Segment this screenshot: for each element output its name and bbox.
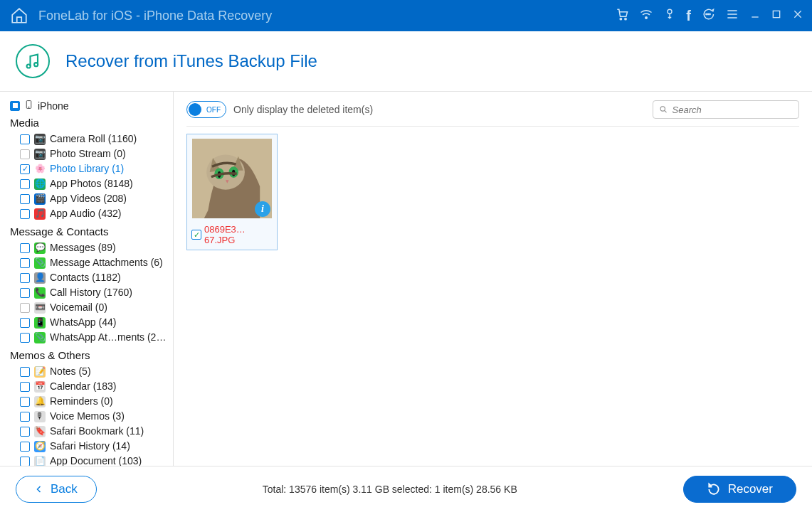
safari-history-icon: 🧭 [34,441,46,452]
minimize-icon[interactable] [749,9,761,23]
checkbox[interactable] [20,209,30,219]
checkbox[interactable] [20,427,30,437]
whatsapp-icon: 📱 [34,317,46,329]
page-title: Recover from iTunes Backup File [65,51,317,71]
device-row[interactable]: iPhone [10,99,167,112]
sidebar-item[interactable]: 📄App Document (103) [10,454,167,466]
itunes-icon [16,44,50,78]
maximize-icon[interactable] [771,9,782,23]
thumbnail-image: i [192,139,272,218]
sidebar-item[interactable]: 🌐App Photos (8148) [10,176,167,191]
svg-point-5 [707,14,708,14]
sidebar-item[interactable]: 🎬App Videos (208) [10,191,167,206]
deleted-items-toggle[interactable]: OFF [186,101,226,118]
sidebar-item[interactable]: 🔔Reminders (0) [10,394,167,409]
wifi-icon[interactable] [639,7,653,24]
device-label: iPhone [38,100,69,112]
attachment-icon: 📎 [34,257,46,269]
svg-rect-7 [773,11,779,17]
svg-point-11 [28,107,29,107]
sidebar-item-label: Safari History (14) [50,439,130,453]
sidebar-item-label: Messages (89) [50,241,116,255]
sidebar-item-label: Message Attachments (6) [50,256,163,270]
sidebar-item[interactable]: 📷Photo Stream (0) [10,146,167,161]
thumbnail[interactable]: i 0869E3…67.JPG [186,134,278,250]
sidebar-item[interactable]: 📝Notes (5) [10,364,167,379]
svg-point-2 [645,17,648,19]
sidebar-item[interactable]: 📱WhatsApp (44) [10,315,167,330]
thumbnail-grid: i 0869E3…67.JPG [186,134,799,250]
sidebar-item[interactable]: 📞Call History (1760) [10,285,167,300]
svg-point-4 [706,14,707,14]
svg-point-3 [668,9,672,14]
checkbox[interactable] [20,412,30,422]
sidebar-item-label: Calendar (183) [50,380,116,393]
thumbnail-checkbox[interactable] [191,230,201,240]
facebook-icon[interactable]: f [686,8,691,24]
sidebar-item[interactable]: 📷Camera Roll (1160) [10,132,167,146]
sidebar-item[interactable]: 📎Message Attachments (6) [10,255,167,270]
sidebar: iPhone Media📷Camera Roll (1160)📷Photo St… [0,92,174,466]
sidebar-item[interactable]: 🎙Voice Memos (3) [10,409,167,424]
svg-point-0 [620,18,621,20]
checkbox[interactable] [20,457,30,466]
voice-memo-icon: 🎙 [34,411,46,422]
close-icon[interactable] [792,9,803,23]
search-input[interactable] [673,105,793,115]
key-icon[interactable] [663,7,676,24]
chevron-left-icon [35,484,43,495]
sidebar-item-label: Safari Bookmark (11) [50,425,144,438]
phone-icon: 📞 [34,287,46,299]
checkbox[interactable] [20,243,30,253]
checkbox[interactable] [20,442,30,452]
svg-point-12 [660,107,665,111]
search-box[interactable] [653,100,799,119]
sidebar-item[interactable]: 👤Contacts (1182) [10,270,167,285]
footer: Back Total: 13576 item(s) 3.11 GB select… [0,466,812,511]
checkbox[interactable] [20,179,30,189]
menu-icon[interactable] [725,7,739,24]
safari-bookmark-icon: 🔖 [34,426,46,437]
sidebar-item[interactable]: 🧭Safari History (14) [10,439,167,454]
sidebar-item-label: Notes (5) [50,365,91,378]
reminders-icon: 🔔 [34,396,46,407]
checkbox[interactable] [20,318,30,328]
sidebar-item[interactable]: 📎WhatsApp At…ments (227) [10,330,167,345]
music-icon: 🎵 [34,208,46,220]
checkbox[interactable] [20,273,30,283]
back-button[interactable]: Back [16,476,97,503]
sidebar-item[interactable]: 🎵App Audio (432) [10,206,167,221]
cart-icon[interactable] [615,7,629,24]
sidebar-item-label: Voice Memos (3) [50,410,125,423]
home-icon[interactable] [9,5,30,26]
checkbox [20,303,30,313]
toolbar: OFF Only display the deleted item(s) [186,100,799,127]
sidebar-item-label: App Photos (8148) [50,177,133,191]
checkbox[interactable] [20,288,30,298]
sidebar-item[interactable]: 🔖Safari Bookmark (11) [10,424,167,439]
thumbnail-filename: 0869E3…67.JPG [204,224,273,245]
sidebar-section-title: Message & Contacts [10,225,167,238]
checkbox[interactable] [20,194,30,204]
svg-point-8 [27,64,31,68]
checkbox[interactable] [20,382,30,392]
sidebar-item[interactable]: 💬Messages (89) [10,240,167,255]
device-checkbox[interactable] [10,101,20,111]
checkbox[interactable] [20,333,30,343]
sidebar-item-label: Reminders (0) [50,395,113,408]
recover-button[interactable]: Recover [683,476,796,503]
checkbox[interactable] [20,397,30,407]
sidebar-item[interactable]: 📼Voicemail (0) [10,300,167,315]
checkbox[interactable] [20,258,30,268]
info-badge-icon[interactable]: i [255,201,270,217]
sidebar-item[interactable]: 📅Calendar (183) [10,379,167,394]
checkbox[interactable] [20,134,30,144]
sidebar-item[interactable]: 🌸Photo Library (1) [10,161,167,176]
sidebar-item-label: Voicemail (0) [50,301,107,314]
chat-icon[interactable] [701,7,715,24]
checkbox[interactable] [20,367,30,377]
checkbox [20,149,30,159]
calendar-icon: 📅 [34,381,46,393]
back-button-label: Back [51,482,78,496]
checkbox[interactable] [20,164,30,174]
